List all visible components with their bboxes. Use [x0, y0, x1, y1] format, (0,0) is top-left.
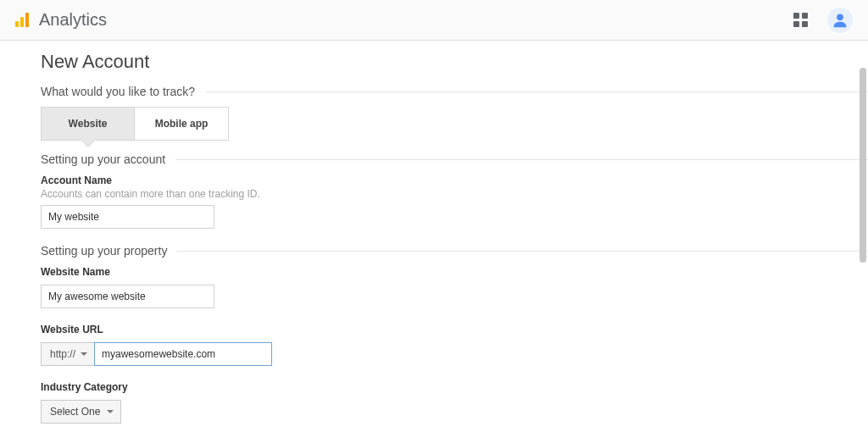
account-name-hint: Accounts can contain more than one track…: [41, 188, 868, 200]
track-type-tabs: Website Mobile app: [41, 107, 868, 141]
account-name-field: Account Name Accounts can contain more t…: [41, 174, 868, 229]
app-header: Analytics: [0, 0, 868, 41]
account-name-input[interactable]: [41, 205, 214, 229]
page-title: New Account: [41, 51, 868, 73]
website-url-field: Website URL http://: [41, 324, 868, 366]
section-heading-property: Setting up your property: [41, 244, 868, 258]
industry-dropdown[interactable]: Select One: [41, 400, 121, 424]
protocol-label: http://: [50, 348, 75, 360]
user-avatar[interactable]: [827, 8, 853, 33]
website-url-input[interactable]: [94, 342, 272, 366]
chevron-down-icon: [81, 352, 87, 356]
protocol-dropdown[interactable]: http://: [41, 342, 95, 366]
chevron-down-icon: [107, 410, 114, 413]
svg-point-0: [837, 14, 843, 20]
website-url-label: Website URL: [41, 324, 868, 335]
tab-website[interactable]: Website: [41, 107, 135, 141]
user-icon: [831, 11, 849, 30]
section-heading-account: Setting up your account: [41, 152, 868, 166]
website-name-field: Website Name: [41, 266, 868, 308]
account-name-label: Account Name: [41, 174, 868, 186]
tab-mobile-app[interactable]: Mobile app: [135, 107, 229, 141]
app-title: Analytics: [39, 10, 107, 30]
scrollbar-thumb[interactable]: [860, 68, 866, 263]
app-launcher-icon[interactable]: [793, 13, 809, 28]
industry-value: Select One: [50, 406, 100, 418]
content-area: New Account What would you like to track…: [0, 41, 868, 432]
industry-label: Industry Category: [41, 381, 868, 393]
industry-field: Industry Category Select One: [41, 381, 868, 424]
analytics-logo-icon: [15, 13, 29, 27]
website-name-label: Website Name: [41, 266, 868, 278]
section-heading-track: What would you like to track?: [41, 85, 868, 98]
website-name-input[interactable]: [41, 285, 214, 308]
